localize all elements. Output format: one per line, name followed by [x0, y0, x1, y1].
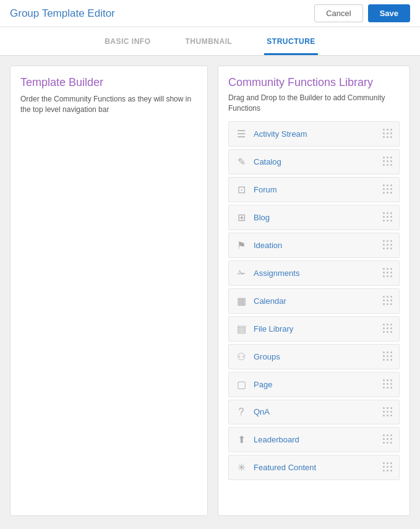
- blog-icon: ⊞: [235, 212, 247, 223]
- drag-handle-icon: [383, 157, 393, 166]
- library-item-left: ✁Assignments: [235, 267, 299, 279]
- drag-handle-icon: [383, 407, 393, 417]
- library-item-left: ⬆Leaderboard: [235, 434, 299, 445]
- drag-handle-icon: [383, 129, 393, 139]
- library-item-left: ⚇Groups: [235, 351, 280, 363]
- catalog-label: Catalog: [254, 157, 281, 166]
- groups-icon: ⚇: [235, 351, 247, 363]
- leaderboard-icon: ⬆: [235, 434, 247, 445]
- page-label: Page: [254, 380, 272, 389]
- assignments-icon: ✁: [235, 267, 247, 279]
- library-item-assignments[interactable]: ✁Assignments: [228, 260, 400, 286]
- tab-structure[interactable]: STRUCTURE: [264, 27, 318, 55]
- qna-icon: ?: [235, 406, 247, 418]
- library-items-list: ☰Activity Stream✎Catalog⊡Forum⊞Blog⚑Idea…: [228, 121, 400, 480]
- tab-thumbnail[interactable]: THUMBNAIL: [183, 27, 235, 55]
- assignments-label: Assignments: [254, 269, 299, 278]
- tabs-bar: BASIC INFO THUMBNAIL STRUCTURE: [0, 27, 420, 56]
- drag-handle-icon: [383, 268, 393, 278]
- calendar-label: Calendar: [254, 296, 286, 306]
- functions-library-description: Drag and Drop to the Builder to add Comm…: [228, 93, 400, 114]
- calendar-icon: ▦: [235, 295, 247, 307]
- header-buttons: Cancel Save: [314, 4, 410, 22]
- drag-handle-icon: [383, 324, 393, 333]
- featured-content-label: Featured Content: [254, 463, 316, 472]
- library-item-left: ⚑Ideation: [235, 239, 282, 251]
- library-item-left: ⊞Blog: [235, 212, 270, 223]
- library-item-catalog[interactable]: ✎Catalog: [228, 149, 400, 174]
- ideation-icon: ⚑: [235, 239, 247, 251]
- drag-handle-icon: [383, 296, 393, 306]
- groups-label: Groups: [254, 352, 280, 361]
- library-item-left: ▤File Library: [235, 323, 293, 335]
- library-item-blog[interactable]: ⊞Blog: [228, 205, 400, 230]
- file-library-icon: ▤: [235, 323, 247, 335]
- page-icon: ▢: [235, 379, 247, 390]
- library-item-ideation[interactable]: ⚑Ideation: [228, 233, 400, 258]
- library-item-left: ☰Activity Stream: [235, 128, 307, 140]
- library-item-qna[interactable]: ?QnA: [228, 400, 400, 424]
- main-content: Template Builder Order the Community Fun…: [0, 56, 420, 526]
- activity-stream-icon: ☰: [235, 128, 247, 140]
- qna-label: QnA: [254, 407, 270, 416]
- cancel-button[interactable]: Cancel: [314, 4, 362, 22]
- ideation-label: Ideation: [254, 241, 282, 250]
- library-item-forum[interactable]: ⊡Forum: [228, 177, 400, 202]
- template-builder-description: Order the Community Functions as they wi…: [20, 94, 197, 115]
- forum-icon: ⊡: [235, 184, 247, 196]
- library-item-calendar[interactable]: ▦Calendar: [228, 288, 400, 314]
- drag-handle-icon: [383, 351, 393, 361]
- functions-library-panel: Community Functions Library Drag and Dro…: [218, 66, 410, 516]
- drag-handle-icon: [383, 462, 393, 472]
- drag-handle-icon: [383, 379, 393, 389]
- file-library-label: File Library: [254, 324, 293, 333]
- blog-label: Blog: [254, 213, 270, 222]
- library-item-leaderboard[interactable]: ⬆Leaderboard: [228, 427, 400, 452]
- library-item-left: ▦Calendar: [235, 295, 286, 307]
- library-item-left: ✳Featured Content: [235, 462, 316, 473]
- library-item-file-library[interactable]: ▤File Library: [228, 316, 400, 342]
- functions-library-title: Community Functions Library: [228, 76, 400, 89]
- tab-basic-info[interactable]: BASIC INFO: [102, 27, 153, 55]
- drag-handle-icon: [383, 184, 393, 194]
- library-item-left: ▢Page: [235, 379, 272, 390]
- library-item-activity-stream[interactable]: ☰Activity Stream: [228, 121, 400, 147]
- drag-handle-icon: [383, 240, 393, 250]
- library-item-left: ⊡Forum: [235, 184, 277, 196]
- header: Group Template Editor Cancel Save: [0, 0, 420, 27]
- library-item-featured-content[interactable]: ✳Featured Content: [228, 455, 400, 480]
- leaderboard-label: Leaderboard: [254, 435, 299, 444]
- template-builder-title: Template Builder: [20, 76, 197, 89]
- library-item-left: ✎Catalog: [235, 156, 281, 168]
- forum-label: Forum: [254, 185, 277, 194]
- drag-handle-icon: [383, 434, 393, 444]
- activity-stream-label: Activity Stream: [254, 129, 307, 139]
- featured-content-icon: ✳: [235, 462, 247, 473]
- template-builder-panel: Template Builder Order the Community Fun…: [10, 66, 208, 516]
- library-item-left: ?QnA: [235, 406, 270, 418]
- library-item-groups[interactable]: ⚇Groups: [228, 344, 400, 369]
- page-title: Group Template Editor: [10, 7, 115, 20]
- drag-handle-icon: [383, 212, 393, 222]
- save-button[interactable]: Save: [368, 4, 410, 22]
- library-item-page[interactable]: ▢Page: [228, 372, 400, 397]
- catalog-icon: ✎: [235, 156, 247, 168]
